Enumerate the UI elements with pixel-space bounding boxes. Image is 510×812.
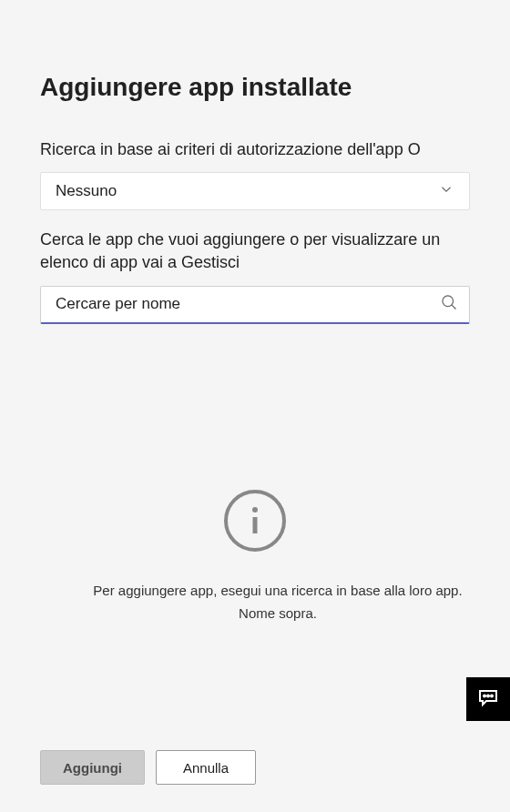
svg-line-1	[452, 305, 456, 310]
search-label: Cerca le app che vuoi aggiungere o per v…	[40, 228, 470, 274]
feedback-button[interactable]	[466, 677, 510, 721]
permission-policy-label: Ricerca in base ai criteri di autorizzaz…	[40, 138, 470, 161]
add-button[interactable]: Aggiungi	[40, 750, 145, 785]
empty-state-message: Per aggiungere app, esegui una ricerca i…	[40, 579, 470, 625]
page-title: Aggiungere app installate	[40, 73, 470, 102]
search-icon	[440, 293, 458, 315]
svg-point-5	[484, 695, 485, 697]
svg-point-3	[252, 507, 258, 513]
search-input[interactable]	[56, 295, 440, 313]
chevron-down-icon	[438, 181, 454, 201]
svg-point-6	[487, 695, 489, 697]
cancel-button[interactable]: Annulla	[156, 750, 256, 785]
search-input-wrapper[interactable]	[40, 286, 470, 324]
svg-point-7	[491, 695, 493, 697]
svg-point-0	[443, 296, 454, 307]
dropdown-selected-value: Nessuno	[56, 182, 117, 200]
svg-rect-4	[253, 517, 258, 533]
feedback-icon	[477, 686, 499, 712]
empty-state: Per aggiungere app, esegui una ricerca i…	[40, 488, 470, 625]
permission-policy-dropdown[interactable]: Nessuno	[40, 172, 470, 210]
info-icon	[222, 488, 288, 557]
